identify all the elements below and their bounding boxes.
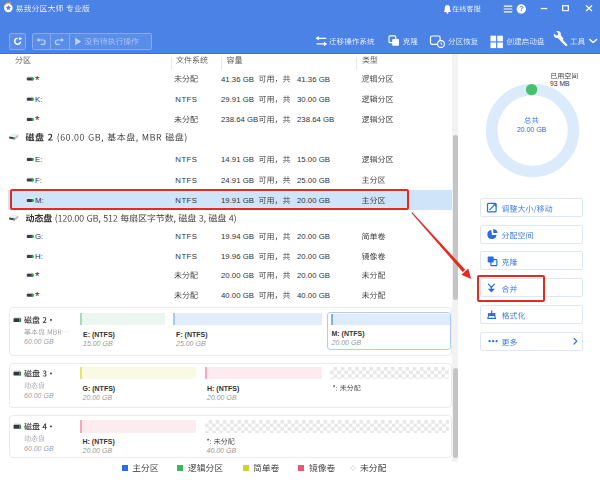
svg-text:93 MB: 93 MB [550,80,570,87]
svg-text:25.00 GB: 25.00 GB [297,176,330,185]
svg-text:238.64 GB: 238.64 GB [297,115,334,124]
svg-text:41.36 GB: 41.36 GB [221,75,254,84]
svg-text:H:: H: [35,252,43,261]
svg-text:29.91 GB: 29.91 GB [221,95,254,104]
svg-text:15.00 GB: 15.00 GB [297,155,330,164]
svg-text:*: * [35,74,40,86]
svg-text:F:: F: [35,176,42,185]
svg-text:238.64 GB: 238.64 GB [221,115,258,124]
svg-text:NTFS: NTFS [175,252,197,261]
svg-text:30.00 GB: 30.00 GB [297,95,330,104]
svg-text:19.94 GB: 19.94 GB [221,232,254,241]
svg-text:NTFS: NTFS [175,95,197,104]
svg-text:24.91 GB: 24.91 GB [221,176,254,185]
svg-text:*: * [35,290,40,302]
svg-text:14.91 GB: 14.91 GB [221,155,254,164]
svg-text:*: * [35,114,40,126]
svg-text:41.36 GB: 41.36 GB [297,75,330,84]
svg-text:E:: E: [35,155,42,164]
svg-text:K:: K: [35,95,42,104]
svg-text:NTFS: NTFS [175,155,197,164]
svg-text:40.00 GB: 40.00 GB [297,291,330,300]
svg-text:NTFS: NTFS [175,176,197,185]
svg-text:G:: G: [35,232,43,241]
svg-text:40.00 GB: 40.00 GB [221,291,254,300]
svg-text:*: * [35,270,40,282]
svg-text:19.96 GB: 19.96 GB [221,252,254,261]
svg-text:20.00 GB: 20.00 GB [297,232,330,241]
svg-text:20.00 GB: 20.00 GB [297,271,330,280]
svg-text:NTFS: NTFS [175,232,197,241]
svg-text:20.00 GB: 20.00 GB [517,126,547,133]
svg-text:20.00 GB: 20.00 GB [221,271,254,280]
svg-text:20.00 GB: 20.00 GB [297,252,330,261]
